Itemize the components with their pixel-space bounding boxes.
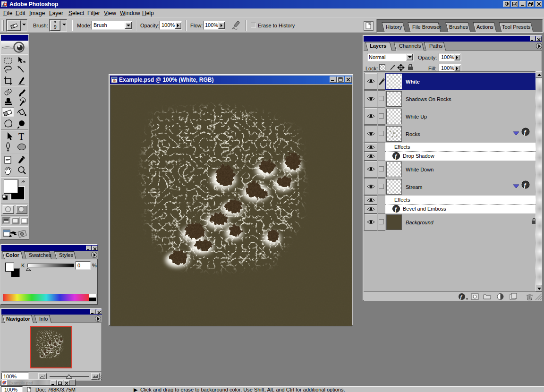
svg-text:T: T (18, 131, 24, 142)
